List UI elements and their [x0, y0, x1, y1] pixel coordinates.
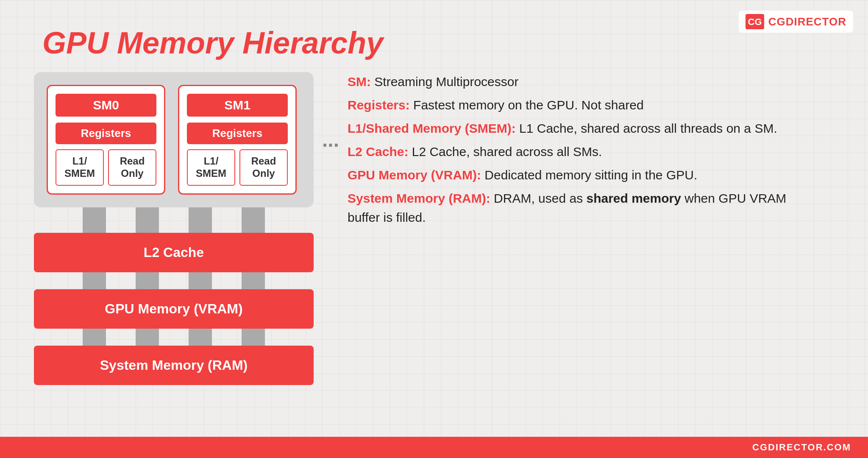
connector-11 — [189, 329, 212, 346]
cgdirector-logo-icon: CG — [746, 14, 764, 29]
legend-l1smem-key: L1/Shared Memory (SMEM): — [348, 121, 516, 135]
bottom-bar: CGDIRECTOR.COM — [0, 437, 868, 458]
legend-l2cache: L2 Cache: L2 Cache, shared across all SM… — [348, 142, 814, 161]
sm0-l1smem: L1/SMEM — [56, 149, 104, 186]
legend-vram-text: Dedicated memory sitting in the GPU. — [481, 168, 697, 182]
sm0-title: SM0 — [56, 94, 156, 117]
legend-sm-key: SM: — [348, 75, 371, 89]
connector-7 — [189, 272, 212, 289]
sm1-registers: Registers — [187, 123, 288, 144]
sm0-box: SM0 Registers L1/SMEM ReadOnly — [47, 85, 165, 195]
legend-l2cache-text: L2 Cache, shared across all SMs. — [408, 145, 602, 159]
legend-l2cache-key: L2 Cache: — [348, 145, 408, 159]
sm1-bottom-row: L1/SMEM ReadOnly — [187, 149, 288, 186]
legend-area: SM: Streaming Multiprocessor Registers: … — [348, 72, 814, 231]
legend-vram-key: GPU Memory (VRAM): — [348, 168, 481, 182]
ellipsis: ... — [322, 128, 339, 151]
legend-system-memory: System Memory (RAM): DRAM, used as share… — [348, 189, 814, 227]
sm1-readonly: ReadOnly — [239, 149, 288, 186]
connector-8 — [242, 272, 265, 289]
page-title: GPU Memory Hierarchy — [42, 25, 383, 60]
logo: CG CGDIRECTOR — [739, 11, 853, 33]
sm0-readonly: ReadOnly — [108, 149, 156, 186]
l2-cache-bar: L2 Cache — [34, 233, 314, 272]
connector-5 — [83, 272, 106, 289]
connector-2 — [136, 207, 159, 233]
memory-bars: L2 Cache GPU Memory (VRAM) System Memory… — [34, 233, 314, 385]
sm0-bottom-row: L1/SMEM ReadOnly — [56, 149, 156, 186]
sm1-box: SM1 Registers L1/SMEM ReadOnly — [178, 85, 297, 195]
sm1-title: SM1 — [187, 94, 288, 117]
legend-registers-key: Registers: — [348, 98, 410, 112]
sm-container: SM0 Registers L1/SMEM ReadOnly SM1 Regis… — [34, 72, 314, 207]
legend-system-memory-bold: shared memory — [586, 191, 681, 205]
legend-system-memory-text: DRAM, used as — [490, 191, 587, 205]
connector-4 — [242, 207, 265, 233]
legend-vram: GPU Memory (VRAM): Dedicated memory sitt… — [348, 165, 814, 184]
svg-text:CG: CG — [748, 17, 762, 27]
connector-9 — [83, 329, 106, 346]
diagram-area: SM0 Registers L1/SMEM ReadOnly SM1 Regis… — [34, 72, 331, 385]
connector-3 — [189, 207, 212, 233]
legend-sm: SM: Streaming Multiprocessor — [348, 72, 814, 91]
legend-registers: Registers: Fastest memory on the GPU. No… — [348, 95, 814, 114]
legend-l1smem: L1/Shared Memory (SMEM): L1 Cache, share… — [348, 119, 814, 138]
logo-text: CGDIRECTOR — [768, 15, 846, 28]
connector-12 — [242, 329, 265, 346]
legend-system-memory-key: System Memory (RAM): — [348, 191, 490, 205]
sm0-registers: Registers — [56, 123, 156, 144]
connector-1 — [83, 207, 106, 233]
website-url: CGDIRECTOR.COM — [752, 442, 851, 453]
sm1-l1smem: L1/SMEM — [187, 149, 235, 186]
connector-6 — [136, 272, 159, 289]
connector-10 — [136, 329, 159, 346]
system-memory-bar: System Memory (RAM) — [34, 346, 314, 385]
legend-sm-text: Streaming Multiprocessor — [371, 75, 518, 89]
legend-registers-text: Fastest memory on the GPU. Not shared — [410, 98, 644, 112]
legend-l1smem-text: L1 Cache, shared across all threads on a… — [516, 121, 777, 135]
vram-bar: GPU Memory (VRAM) — [34, 289, 314, 329]
